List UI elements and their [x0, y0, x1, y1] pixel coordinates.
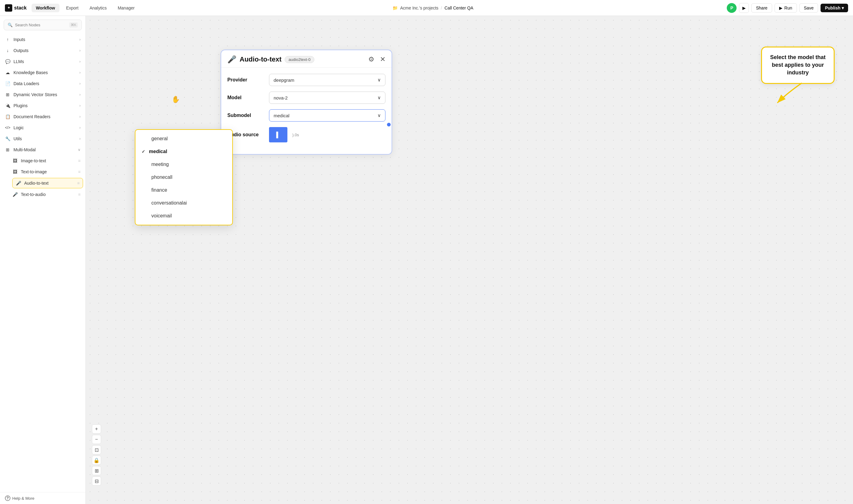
map-button[interactable]: ⊟	[92, 476, 101, 486]
dropdown-item-voicemail[interactable]: voicemail	[135, 210, 232, 222]
image-to-text-icon: 🖼	[12, 158, 18, 163]
zoom-out-button[interactable]: −	[92, 435, 101, 444]
sidebar-item-audio-to-text[interactable]: 🎤 Audio-to-text ≡	[12, 178, 83, 188]
sidebar-item-multi-modal[interactable]: ⊞ Multi-Modal ∨	[0, 144, 86, 155]
provider-select[interactable]: deepgram ∨	[269, 74, 385, 86]
dropdown-label-voicemail: voicemail	[151, 213, 172, 219]
workflow-canvas[interactable]: 🎤 Audio-to-text audio2text-0 ⚙ ✕ Provide…	[86, 16, 853, 504]
connection-dot[interactable]	[386, 122, 391, 127]
dropdown-item-conversationalai[interactable]: conversationalai	[135, 197, 232, 210]
main-layout: 🔍 ⌘K ↑ Inputs › ↓ Outputs › 💬 LLMs › ☁ K…	[0, 16, 853, 504]
dropdown-item-finance[interactable]: finance	[135, 184, 232, 197]
chevron-right-icon: ›	[80, 48, 81, 53]
sidebar-item-text-to-image[interactable]: 🖼 Text-to-image ≡	[10, 166, 86, 177]
check-icon: ✓	[142, 149, 145, 154]
sidebar-item-knowledge-bases[interactable]: ☁ Knowledge Bases ›	[0, 67, 86, 78]
sidebar-item-data-loaders[interactable]: 📄 Data Loaders ›	[0, 78, 86, 89]
sidebar-label-text-to-image: Text-to-image	[21, 169, 75, 174]
tab-export[interactable]: Export	[62, 4, 83, 12]
chevron-down-icon: ∨	[78, 148, 81, 152]
sidebar-label-utils: Utils	[14, 136, 76, 141]
brand-icon: ✦	[5, 4, 12, 12]
sidebar-item-outputs[interactable]: ↓ Outputs ›	[0, 45, 86, 56]
publish-label: Publish	[825, 5, 840, 11]
help-button[interactable]: ? Help & More	[0, 492, 86, 504]
sidebar: 🔍 ⌘K ↑ Inputs › ↓ Outputs › 💬 LLMs › ☁ K…	[0, 16, 86, 504]
dropdown-label-medical: medical	[149, 149, 167, 154]
dropdown-item-meeting[interactable]: meeting	[135, 158, 232, 171]
sidebar-label-dynamic-vector-stores: Dynamic Vector Stores	[14, 92, 76, 97]
audio-bar-icon: ▌	[276, 132, 280, 138]
breadcrumb-separator: /	[441, 5, 442, 11]
sidebar-item-dynamic-vector-stores[interactable]: ⊞ Dynamic Vector Stores ›	[0, 89, 86, 100]
publish-chevron-icon: ▾	[842, 5, 844, 11]
search-input[interactable]	[15, 23, 67, 27]
run-label: Run	[784, 5, 792, 11]
dropdown-item-medical[interactable]: ✓ medical	[135, 145, 232, 158]
plugins-icon: 🔌	[5, 103, 11, 108]
text-to-audio-icon: 🎤	[12, 192, 18, 197]
sidebar-label-audio-to-text: Audio-to-text	[24, 181, 74, 185]
sidebar-label-plugins: Plugins	[14, 103, 76, 108]
folder-icon: 📁	[393, 5, 398, 11]
node-close-icon[interactable]: ✕	[380, 55, 385, 64]
brand-logo: ✦ stack	[5, 4, 27, 12]
nav-right-actions: P ▶ Share ▶ Run Save Publish ▾	[727, 3, 848, 13]
search-shortcut: ⌘K	[69, 22, 78, 28]
sidebar-label-inputs: Inputs	[14, 37, 76, 42]
dropdown-label-general: general	[151, 136, 168, 142]
tab-workflow[interactable]: Workflow	[32, 4, 59, 12]
node-gear-icon[interactable]: ⚙	[368, 55, 375, 64]
sidebar-label-data-loaders: Data Loaders	[14, 81, 76, 86]
sidebar-label-image-to-text: Image-to-text	[21, 158, 75, 163]
knowledge-bases-icon: ☁	[5, 70, 11, 75]
sidebar-label-outputs: Outputs	[14, 48, 76, 53]
zoom-in-button[interactable]: +	[92, 425, 101, 434]
sidebar-label-llms: LLMs	[14, 59, 76, 64]
publish-button[interactable]: Publish ▾	[820, 4, 848, 12]
grid-button[interactable]: ⊞	[92, 466, 101, 475]
search-box[interactable]: 🔍 ⌘K	[4, 20, 82, 30]
help-label: Help & More	[12, 496, 34, 501]
node-title: Audio-to-text	[240, 55, 282, 64]
dropdown-label-conversationalai: conversationalai	[151, 200, 187, 206]
sidebar-item-image-to-text[interactable]: 🖼 Image-to-text ≡	[10, 155, 86, 166]
dropdown-item-general[interactable]: general	[135, 132, 232, 145]
sidebar-item-plugins[interactable]: 🔌 Plugins ›	[0, 100, 86, 111]
submodel-row: Submodel medical ∨	[227, 109, 385, 122]
cursor-hand-icon: ✋	[172, 95, 180, 104]
run-button[interactable]: ▶ Run	[774, 3, 797, 13]
sidebar-item-utils[interactable]: 🔧 Utils ›	[0, 133, 86, 144]
data-loaders-icon: 📄	[5, 81, 11, 86]
chevron-right-icon: ›	[80, 104, 81, 108]
chevron-right-icon: ›	[80, 126, 81, 130]
chevron-right-icon: ›	[80, 92, 81, 97]
tab-analytics[interactable]: Analytics	[85, 4, 111, 12]
sidebar-label-document-readers: Document Readers	[14, 114, 76, 119]
model-select[interactable]: nova-2 ∨	[269, 92, 385, 104]
lock-button[interactable]: 🔒	[92, 456, 101, 465]
cursor-button[interactable]: ▶	[739, 3, 749, 13]
node-body: Provider deepgram ∨ Model nova-2 ∨	[221, 68, 391, 154]
sidebar-item-llms[interactable]: 💬 LLMs ›	[0, 56, 86, 67]
dynamic-vector-stores-icon: ⊞	[5, 92, 11, 97]
sidebar-item-inputs[interactable]: ↑ Inputs ›	[0, 34, 86, 45]
fit-button[interactable]: ⊡	[92, 445, 101, 454]
dropdown-item-phonecall[interactable]: phonecall	[135, 171, 232, 184]
page-name: Call Center QA	[445, 5, 473, 11]
save-button[interactable]: Save	[799, 3, 818, 13]
tooltip-bubble: Select the model that best applies to yo…	[761, 47, 835, 84]
drag-handle-icon: ≡	[78, 192, 81, 197]
share-button[interactable]: Share	[751, 3, 772, 13]
sidebar-item-text-to-audio[interactable]: 🎤 Text-to-audio ≡	[10, 189, 86, 200]
submodel-select[interactable]: medical ∨	[269, 109, 385, 122]
drag-handle-icon: ≡	[77, 181, 80, 185]
project-name: Acme Inc.'s projects	[400, 5, 438, 11]
tab-manager[interactable]: Manager	[114, 4, 139, 12]
audio-source-row: Audio source ▌ ).0s	[227, 127, 385, 142]
zoom-controls: + − ⊡ 🔒 ⊞ ⊟	[92, 425, 101, 486]
provider-row: Provider deepgram ∨	[227, 74, 385, 86]
sidebar-item-document-readers[interactable]: 📋 Document Readers ›	[0, 111, 86, 122]
sidebar-item-logic[interactable]: </> Logic ›	[0, 122, 86, 133]
provider-label: Provider	[227, 77, 264, 83]
